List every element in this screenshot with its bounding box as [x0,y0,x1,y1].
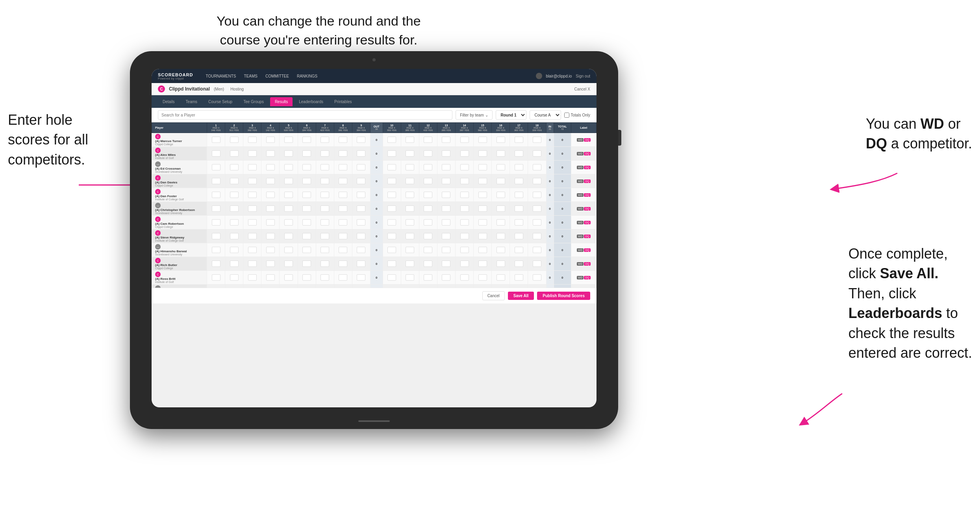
dq-button[interactable]: DQ [584,221,591,224]
hole-8-input[interactable] [339,164,347,170]
hole-11-input[interactable] [406,192,414,198]
save-all-button[interactable]: Save All [508,292,534,300]
cancel-footer-button[interactable]: Cancel [482,291,505,300]
hole-17-input[interactable] [515,274,523,281]
hole-18-input[interactable] [533,233,541,239]
wd-button[interactable]: WD [577,166,584,169]
hole-8-input[interactable] [339,150,347,157]
hole-9-input[interactable] [357,274,365,281]
hole-9-input[interactable] [357,205,365,212]
hole-11-input[interactable] [406,247,414,253]
tab-course-setup[interactable]: Course Setup [204,97,237,106]
hole-16-input[interactable] [496,247,505,253]
hole-3-input[interactable] [248,164,257,170]
hole-18-input[interactable] [533,205,541,212]
hole-1-input[interactable] [212,233,220,239]
hole-5-input[interactable] [284,274,293,281]
hole-10-input[interactable] [387,274,396,281]
hole-7-input[interactable] [320,219,329,226]
hole-2-input[interactable] [230,205,239,212]
hole-14-input[interactable] [460,192,469,198]
hole-3-input[interactable] [248,192,257,198]
hole-12-input[interactable] [424,164,432,170]
hole-9-input[interactable] [357,178,365,184]
hole-17-input[interactable] [515,205,523,212]
hole-4-input[interactable] [266,261,275,267]
hole-7-input[interactable] [320,192,329,198]
hole-1-input[interactable] [212,178,220,184]
dq-button[interactable]: DQ [584,179,591,183]
hole-1-input[interactable] [212,192,220,198]
hole-6-input[interactable] [302,233,311,239]
hole-10-input[interactable] [387,233,396,239]
dq-button[interactable]: DQ [584,235,591,238]
hole-9-input[interactable] [357,247,365,253]
hole-10-input[interactable] [387,137,396,143]
hole-14-input[interactable] [460,261,469,267]
hole-10-input[interactable] [387,164,396,170]
hole-4-input[interactable] [266,192,275,198]
hole-8-input[interactable] [339,247,347,253]
wd-button[interactable]: WD [577,221,584,224]
dq-button[interactable]: DQ [584,276,591,279]
hole-15-input[interactable] [478,219,487,226]
hole-3-input[interactable] [248,233,257,239]
wd-button[interactable]: WD [577,179,584,183]
hole-13-input[interactable] [442,247,450,253]
hole-11-input[interactable] [406,274,414,281]
hole-11-input[interactable] [406,233,414,239]
wd-button[interactable]: WD [577,262,584,266]
nav-tournaments[interactable]: TOURNAMENTS [206,74,236,78]
hole-17-input[interactable] [515,178,523,184]
hole-17-input[interactable] [515,233,523,239]
hole-15-input[interactable] [478,164,487,170]
hole-7-input[interactable] [320,178,329,184]
hole-17-input[interactable] [515,247,523,253]
hole-3-input[interactable] [248,261,257,267]
hole-3-input[interactable] [248,247,257,253]
hole-4-input[interactable] [266,164,275,170]
dq-button[interactable]: DQ [584,138,591,142]
hole-16-input[interactable] [496,150,505,157]
hole-8-input[interactable] [339,233,347,239]
hole-2-input[interactable] [230,247,239,253]
hole-16-input[interactable] [496,192,505,198]
hole-17-input[interactable] [515,219,523,226]
hole-10-input[interactable] [387,219,396,226]
nav-committee[interactable]: COMMITTEE [265,74,289,78]
hole-2-input[interactable] [230,137,239,143]
tab-printables[interactable]: Printables [330,97,356,106]
hole-1-input[interactable] [212,274,220,281]
hole-13-input[interactable] [442,261,450,267]
hole-1-input[interactable] [212,164,220,170]
hole-1-input[interactable] [212,137,220,143]
hole-10-input[interactable] [387,205,396,212]
hole-2-input[interactable] [230,274,239,281]
dq-button[interactable]: DQ [584,248,591,252]
hole-2-input[interactable] [230,261,239,267]
hole-9-input[interactable] [357,233,365,239]
round-select[interactable]: Round 1 Round 2 Round 3 [496,110,526,120]
hole-6-input[interactable] [302,192,311,198]
hole-14-input[interactable] [460,150,469,157]
wd-button[interactable]: WD [577,193,584,197]
hole-12-input[interactable] [424,274,432,281]
hole-11-input[interactable] [406,261,414,267]
hole-4-input[interactable] [266,150,275,157]
hole-1-input[interactable] [212,261,220,267]
sign-out-link[interactable]: Sign out [576,74,590,78]
hole-14-input[interactable] [460,205,469,212]
hole-16-input[interactable] [496,219,505,226]
hole-7-input[interactable] [320,164,329,170]
hole-6-input[interactable] [302,205,311,212]
nav-teams[interactable]: TEAMS [244,74,258,78]
hole-10-input[interactable] [387,247,396,253]
hole-4-input[interactable] [266,205,275,212]
hole-10-input[interactable] [387,192,396,198]
hole-13-input[interactable] [442,205,450,212]
hole-14-input[interactable] [460,274,469,281]
hole-2-input[interactable] [230,233,239,239]
hole-15-input[interactable] [478,261,487,267]
hole-13-input[interactable] [442,233,450,239]
hole-15-input[interactable] [478,274,487,281]
